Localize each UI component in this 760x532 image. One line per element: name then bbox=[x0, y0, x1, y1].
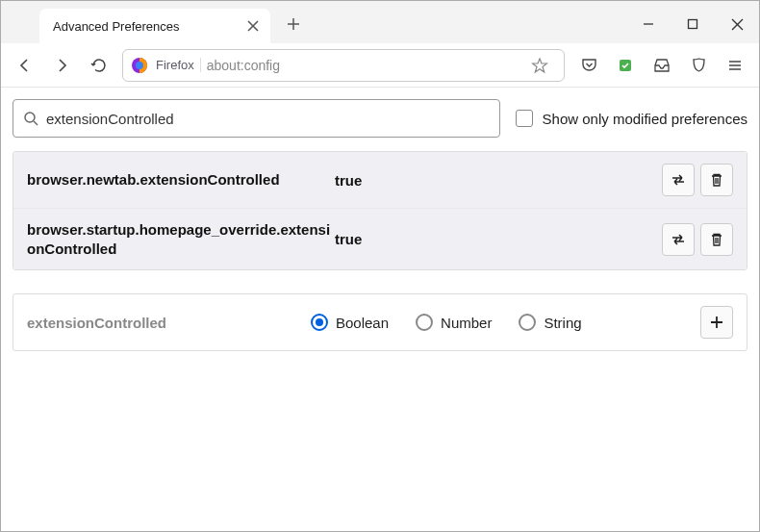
svg-rect-0 bbox=[689, 20, 697, 29]
pref-name: browser.startup.homepage_override.extens… bbox=[27, 220, 335, 258]
bookmark-star-icon[interactable] bbox=[523, 49, 556, 82]
shield-icon[interactable] bbox=[682, 49, 715, 82]
pref-value: true bbox=[335, 231, 662, 247]
add-button[interactable] bbox=[700, 306, 733, 339]
add-pref-row: extensionControlled Boolean Number Strin… bbox=[13, 293, 747, 351]
maximize-button[interactable] bbox=[671, 5, 715, 43]
delete-button[interactable] bbox=[700, 223, 733, 256]
extension-icon[interactable] bbox=[609, 49, 642, 82]
toggle-button[interactable] bbox=[662, 164, 695, 196]
search-box[interactable] bbox=[13, 99, 500, 138]
pref-value: true bbox=[335, 172, 662, 189]
menu-button[interactable] bbox=[719, 49, 751, 82]
back-button[interactable] bbox=[9, 49, 41, 82]
radio-boolean[interactable]: Boolean bbox=[311, 314, 389, 331]
type-radio-group: Boolean Number String bbox=[311, 314, 700, 331]
url-bar[interactable]: Firefox bbox=[122, 49, 565, 82]
tab-title: Advanced Preferences bbox=[53, 19, 245, 34]
search-icon bbox=[23, 111, 38, 126]
close-tab-icon[interactable] bbox=[245, 18, 261, 34]
minimize-button[interactable] bbox=[626, 5, 671, 43]
url-input[interactable] bbox=[207, 58, 518, 73]
svg-point-4 bbox=[25, 113, 35, 122]
window-controls bbox=[626, 5, 759, 43]
forward-button[interactable] bbox=[45, 49, 78, 82]
firefox-logo-icon bbox=[131, 57, 148, 74]
reload-button[interactable] bbox=[82, 49, 114, 82]
about-config-content: Show only modified preferences browser.n… bbox=[1, 88, 759, 363]
preferences-table: browser.newtab.extensionControlled true … bbox=[13, 151, 747, 270]
close-window-button[interactable] bbox=[715, 5, 759, 43]
pocket-icon[interactable] bbox=[572, 49, 605, 82]
radio-icon bbox=[416, 314, 433, 331]
browser-tab[interactable]: Advanced Preferences bbox=[39, 9, 270, 43]
inbox-icon[interactable] bbox=[646, 49, 678, 82]
search-row: Show only modified preferences bbox=[13, 99, 747, 138]
add-pref-name: extensionControlled bbox=[27, 315, 311, 331]
pref-actions bbox=[662, 223, 733, 256]
toggle-button[interactable] bbox=[662, 223, 695, 256]
delete-button[interactable] bbox=[700, 164, 733, 196]
radio-string[interactable]: String bbox=[519, 314, 581, 331]
titlebar: Advanced Preferences bbox=[1, 1, 759, 43]
navigation-toolbar: Firefox bbox=[1, 43, 759, 88]
url-identity-label: Firefox bbox=[154, 58, 201, 72]
radio-number[interactable]: Number bbox=[416, 314, 492, 331]
checkbox-icon bbox=[516, 110, 533, 127]
radio-icon bbox=[311, 314, 328, 331]
search-input[interactable] bbox=[46, 111, 490, 127]
pref-name: browser.newtab.extensionControlled bbox=[27, 170, 335, 190]
pref-actions bbox=[662, 164, 733, 196]
pref-row[interactable]: browser.startup.homepage_override.extens… bbox=[13, 208, 747, 269]
pref-row[interactable]: browser.newtab.extensionControlled true bbox=[13, 152, 747, 208]
show-only-label: Show only modified preferences bbox=[543, 111, 747, 127]
radio-icon bbox=[519, 314, 536, 331]
svg-point-2 bbox=[136, 62, 143, 69]
show-only-modified-checkbox[interactable]: Show only modified preferences bbox=[516, 110, 747, 127]
new-tab-button[interactable] bbox=[280, 11, 307, 38]
